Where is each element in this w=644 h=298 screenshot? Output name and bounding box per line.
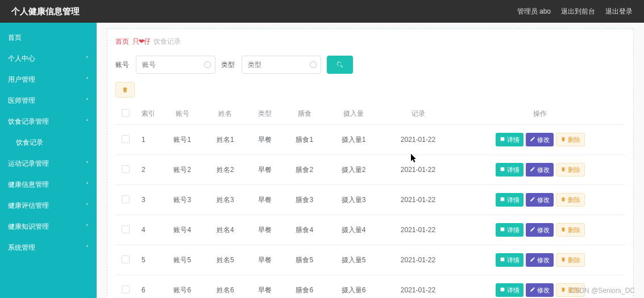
- modify-button[interactable]: 修改: [526, 133, 554, 146]
- cell-meal: 膳食3: [283, 185, 326, 215]
- cell-account: 账号1: [161, 125, 204, 155]
- col-intake: 摄入量: [326, 103, 381, 125]
- delete-button[interactable]: 删除: [556, 223, 585, 237]
- cell-type: 早餐: [247, 125, 283, 155]
- cell-index: 1: [136, 125, 161, 155]
- document-icon: [500, 196, 505, 203]
- edit-icon: [530, 166, 535, 173]
- delete-button[interactable]: 删除: [556, 193, 585, 207]
- sidebar-sub-item[interactable]: 饮食记录: [0, 132, 97, 153]
- document-icon: [500, 226, 505, 233]
- modify-button[interactable]: 修改: [526, 163, 554, 177]
- cell-meal: 膳食1: [283, 125, 326, 155]
- document-icon: [500, 287, 505, 293]
- search-button[interactable]: [327, 56, 353, 74]
- app-header: 个人健康信息管理 管理员 abo 退出到前台 退出登录: [0, 0, 644, 23]
- sidebar-item[interactable]: 个人中心˅: [0, 48, 97, 69]
- chevron-down-icon: ˅: [86, 77, 89, 83]
- content-panel: 首页 只❤仔 饮食记录 账号 类型: [107, 28, 634, 298]
- detail-button[interactable]: 详情: [496, 253, 523, 267]
- sidebar-item[interactable]: 首页: [0, 27, 97, 48]
- back-to-front-button[interactable]: 退出到前台: [561, 7, 595, 16]
- cell-record: 2021-01-22: [381, 125, 455, 155]
- modify-button[interactable]: 修改: [526, 223, 554, 237]
- document-icon: [500, 136, 505, 143]
- col-type: 类型: [247, 103, 283, 125]
- cell-name: 姓名3: [204, 185, 247, 215]
- chevron-down-icon: ˅: [86, 161, 89, 167]
- sidebar-item[interactable]: 健康知识管理˅: [0, 216, 97, 237]
- cell-type: 早餐: [247, 185, 283, 215]
- trash-icon: [560, 226, 566, 233]
- sidebar-item-label: 个人中心: [8, 54, 35, 64]
- cell-meal: 膳食2: [283, 155, 326, 185]
- cell-intake: 摄入量5: [326, 245, 381, 275]
- detail-button[interactable]: 详情: [496, 283, 523, 297]
- sidebar-item-label: 系统管理: [8, 243, 35, 253]
- admin-label[interactable]: 管理员 abo: [517, 7, 551, 16]
- account-input[interactable]: [136, 56, 215, 74]
- document-icon: [500, 166, 505, 173]
- sidebar-item-label: 健康评估管理: [8, 201, 49, 211]
- table-row: 2 账号2 姓名2 早餐 膳食2 摄入量2 2021-01-22 详情 修改 删…: [115, 155, 625, 185]
- cell-index: 3: [136, 185, 161, 215]
- data-table: 索引 账号 姓名 类型 膳食 摄入量 记录 操作 1 账号1 姓名1 早餐 膳食…: [115, 103, 625, 298]
- cell-index: 6: [136, 275, 161, 299]
- sidebar-item[interactable]: 健康信息管理˅: [0, 174, 97, 195]
- col-name: 姓名: [204, 103, 247, 125]
- filter-bar: 账号 类型: [115, 56, 625, 74]
- detail-button[interactable]: 详情: [496, 133, 523, 146]
- cell-name: 姓名6: [204, 275, 247, 299]
- row-checkbox[interactable]: [122, 135, 130, 143]
- select-all-checkbox[interactable]: [122, 109, 130, 117]
- sidebar-item-label: 运动记录管理: [8, 159, 49, 169]
- cell-record: 2021-01-22: [381, 245, 455, 275]
- cell-intake: 摄入量2: [326, 155, 381, 185]
- table-row: 5 账号5 姓名5 早餐 膳食5 摄入量5 2021-01-22 详情 修改 删…: [115, 245, 625, 275]
- table-row: 4 账号4 姓名4 早餐 膳食4 摄入量4 2021-01-22 详情 修改 删…: [115, 215, 625, 245]
- cell-type: 早餐: [247, 275, 283, 299]
- detail-button[interactable]: 详情: [496, 163, 523, 177]
- detail-button[interactable]: 详情: [496, 193, 523, 207]
- cell-name: 姓名1: [204, 125, 247, 155]
- sidebar-item[interactable]: 运动记录管理˅: [0, 153, 97, 174]
- modify-button[interactable]: 修改: [526, 253, 554, 267]
- sidebar-item-label: 健康信息管理: [8, 180, 49, 190]
- sidebar-item-label: 医师管理: [8, 96, 35, 106]
- row-checkbox[interactable]: [122, 255, 130, 263]
- row-checkbox[interactable]: [122, 286, 130, 293]
- cell-meal: 膳食4: [283, 215, 326, 245]
- trash-icon: [560, 196, 566, 203]
- sidebar-item[interactable]: 健康评估管理˅: [0, 195, 97, 216]
- col-account: 账号: [161, 103, 204, 125]
- sidebar-item[interactable]: 饮食记录管理˄: [0, 111, 97, 132]
- trash-icon: [560, 287, 566, 293]
- cell-record: 2021-01-22: [381, 155, 455, 185]
- breadcrumb-sep: 只❤仔: [132, 37, 150, 47]
- sidebar-item[interactable]: 系统管理˅: [0, 237, 97, 258]
- row-checkbox[interactable]: [122, 165, 130, 173]
- logout-button[interactable]: 退出登录: [605, 7, 633, 16]
- row-checkbox[interactable]: [122, 195, 130, 203]
- cell-account: 账号6: [161, 275, 204, 299]
- delete-button[interactable]: 删除: [556, 253, 585, 267]
- cell-meal: 膳食5: [283, 245, 326, 275]
- batch-delete-button[interactable]: [115, 82, 135, 98]
- col-meal: 膳食: [283, 103, 326, 125]
- modify-button[interactable]: 修改: [526, 193, 554, 207]
- chevron-down-icon: ˅: [86, 203, 89, 209]
- type-input[interactable]: [242, 56, 321, 74]
- sidebar-item-label: 用户管理: [8, 75, 35, 85]
- sidebar-item[interactable]: 用户管理˅: [0, 69, 97, 90]
- detail-button[interactable]: 详情: [496, 223, 523, 237]
- modify-button[interactable]: 修改: [526, 283, 554, 297]
- delete-button[interactable]: 删除: [556, 163, 585, 177]
- trash-icon: [122, 86, 128, 93]
- edit-icon: [530, 257, 535, 263]
- edit-icon: [530, 287, 535, 293]
- breadcrumb-home[interactable]: 首页: [115, 37, 129, 47]
- edit-icon: [530, 136, 535, 143]
- sidebar-item[interactable]: 医师管理˅: [0, 90, 97, 111]
- row-checkbox[interactable]: [122, 225, 130, 233]
- delete-button[interactable]: 删除: [556, 133, 585, 146]
